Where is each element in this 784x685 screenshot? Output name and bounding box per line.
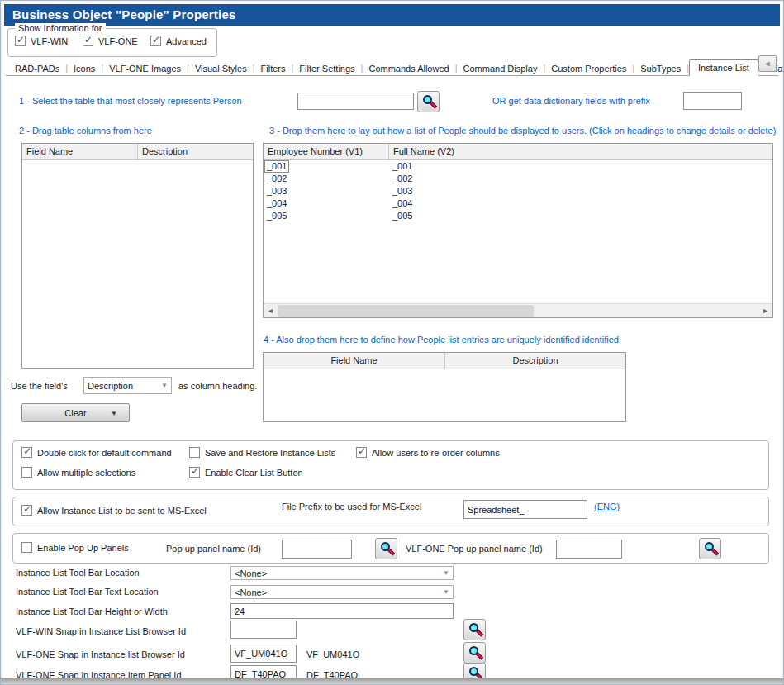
toolbar-text-location-value: <None> [235,587,440,597]
clear-button[interactable]: Clear ▼ [21,403,130,422]
vlfone-browser-id-echo: VF_UM041O [306,649,359,659]
checkbox-vlf-win[interactable]: VLF-WIN [15,36,68,46]
excel-checkbox-box[interactable] [21,505,32,516]
section1-label: 1 - Select the table that most closely r… [19,96,242,106]
tab-instance-list[interactable]: Instance List [689,59,758,76]
enable-clear-list-checkbox-box[interactable] [189,467,200,478]
cell[interactable]: _004 [264,197,389,210]
checkbox-excel[interactable]: Allow Instance List to be sent to MS-Exc… [21,505,207,516]
language-link[interactable]: (ENG) [594,502,620,511]
vlfwin-browser-id-input[interactable] [230,621,297,639]
checkbox-save-restore[interactable]: Save and Restore Instance Lists [189,447,335,458]
save-restore-checkbox-box[interactable] [189,447,200,458]
vlfone-popup-panel-input[interactable] [556,540,622,559]
or-prefix-label: OR get data dictionary fields with prefi… [492,96,650,106]
vlfone-browser-search-button[interactable] [463,642,486,664]
tab-filters[interactable]: Filters [255,61,292,75]
layout-table-header: Employee Number (V1) Full Name (V2) [264,144,772,160]
tab-scroll-left-button[interactable]: ◄ [758,55,777,72]
table-row[interactable]: _001 _001 [264,160,772,173]
prefix-input[interactable] [683,92,742,110]
properties-dialog: Business Object "People" Properties Show… [0,0,784,685]
vlfone-browser-id-label: VLF-ONE Snap in Instance list Browser Id [16,649,185,659]
cell[interactable]: _003 [389,185,772,197]
tab-filter-settings[interactable]: Filter Settings [293,61,360,75]
vlfwin-browser-search-button[interactable] [463,619,486,640]
table-row[interactable]: _003 _003 [264,185,772,197]
vlf-one-checkbox-box[interactable] [83,36,93,46]
table-row[interactable]: _002 _002 [264,173,772,185]
scroll-right-arrow-icon[interactable]: ► [758,304,772,318]
column-header-description[interactable]: Description [445,353,625,369]
toolbar-text-location-label: Instance List Tool Bar Text Location [16,587,159,597]
section3-label: 3 - Drop them here to lay out how a list… [269,126,776,136]
popup-panel-name-input[interactable] [282,540,352,559]
tab-visual-styles[interactable]: Visual Styles [189,61,253,75]
window-bottom-edge [1,678,783,684]
toolbar-location-select[interactable]: <None> ▼ [230,566,454,580]
tab-commands-allowed[interactable]: Commands Allowed [363,61,454,75]
scroll-left-arrow-icon[interactable]: ◄ [264,304,278,318]
horizontal-scrollbar[interactable]: ◄ ► [264,303,772,317]
cell[interactable]: _005 [264,210,389,222]
file-prefix-input[interactable] [463,500,587,519]
cell[interactable]: _004 [389,197,772,210]
column-heading-combo[interactable]: Description ▼ [83,377,172,394]
chevron-down-icon: ▼ [440,588,449,596]
vlf-win-checkbox-label: VLF-WIN [31,36,68,46]
save-restore-checkbox-label: Save and Restore Instance Lists [205,448,335,458]
tab-icons[interactable]: Icons [68,61,101,75]
column-header-field-name[interactable]: Field Name [22,144,138,159]
checkbox-double-click[interactable]: Double click for default command [21,447,172,458]
vlf-win-checkbox-box[interactable] [15,36,26,46]
popup-panel-search-button[interactable] [375,538,397,559]
section2-label: 2 - Drag table columns from here [19,126,152,136]
table-search-button[interactable] [417,91,440,112]
advanced-checkbox-box[interactable] [150,36,161,46]
column-header-full-name[interactable]: Full Name (V2) [389,144,772,159]
checkbox-vlf-one[interactable]: VLF-ONE [83,36,138,46]
checkbox-multiple-selections[interactable]: Allow multiple selections [21,467,135,478]
column-header-description[interactable]: Description [138,144,253,159]
instance-list-layout-table[interactable]: Employee Number (V1) Full Name (V2) _001… [263,143,773,318]
use-fields-label: Use the field's [11,381,68,391]
available-fields-table[interactable]: Field Name Description [21,143,254,369]
enable-clear-list-checkbox-label: Enable Clear List Button [205,468,303,478]
cell[interactable]: _002 [389,173,772,185]
vlfone-popup-panel-search-button[interactable] [699,538,721,559]
multiple-selections-checkbox-box[interactable] [21,467,32,478]
tab-command-display[interactable]: Command Display [458,61,544,75]
checkbox-reorder-columns[interactable]: Allow users to re-order columns [356,447,500,458]
tab-custom-properties[interactable]: Custom Properties [545,61,632,75]
multiple-selections-checkbox-label: Allow multiple selections [37,468,135,478]
tab-vlf-one-images[interactable]: VLF-ONE Images [103,61,187,75]
scrollbar-thumb[interactable] [278,305,534,317]
popup-checkbox-box[interactable] [21,542,32,553]
cell[interactable]: _003 [264,185,389,197]
cell[interactable]: _002 [264,173,389,185]
reorder-columns-checkbox-box[interactable] [356,447,367,458]
checkbox-advanced[interactable]: Advanced [150,36,207,46]
identification-table[interactable]: Field Name Description [263,352,626,422]
checkbox-enable-clear-list[interactable]: Enable Clear List Button [189,467,303,478]
chevron-down-icon: ▼ [440,569,449,577]
table-row[interactable]: _005 _005 [264,210,772,222]
focused-cell[interactable]: _001 [264,160,289,173]
tab-strip: RAD-PADs| Icons| VLF-ONE Images| Visual … [6,60,778,76]
column-header-field-name[interactable]: Field Name [264,353,445,369]
table-name-input[interactable] [297,93,414,110]
toolbar-text-location-select[interactable]: <None> ▼ [230,585,454,599]
table-row[interactable]: _004 _004 [264,197,772,210]
toolbar-location-value: <None> [235,568,440,578]
toolbar-height-input[interactable] [230,603,454,619]
chevron-down-icon: ▼ [158,382,168,389]
tab-subtypes[interactable]: SubTypes [634,61,687,75]
cell[interactable]: _001 [389,160,772,173]
vlfone-browser-id-input[interactable] [230,645,297,663]
column-header-employee-number[interactable]: Employee Number (V1) [264,144,389,159]
chevron-down-icon[interactable]: ▼ [111,410,117,417]
cell[interactable]: _005 [389,210,772,222]
double-click-checkbox-box[interactable] [21,447,32,458]
tab-rad-pads[interactable]: RAD-PADs [9,61,65,75]
checkbox-popup-panels[interactable]: Enable Pop Up Panels [21,542,129,553]
